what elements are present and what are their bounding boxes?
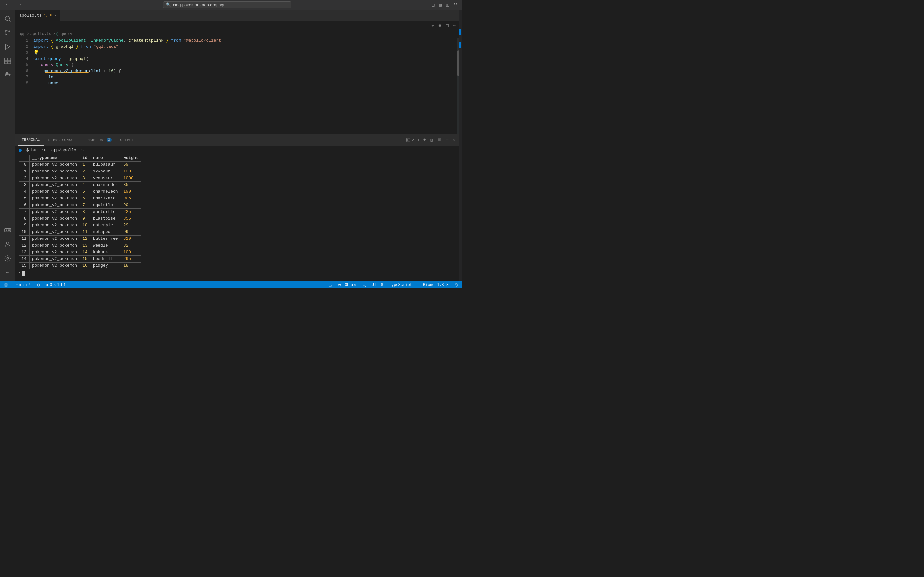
status-zoom[interactable]	[361, 283, 367, 287]
warning-icon: ⚠	[53, 283, 55, 287]
svg-point-24	[15, 285, 15, 286]
breadcrumb-symbol[interactable]: query	[61, 32, 72, 36]
status-branch-name: main*	[19, 283, 31, 287]
svg-point-19	[6, 242, 9, 244]
search-input[interactable]	[173, 3, 288, 7]
tab-output[interactable]: OUTPUT	[116, 134, 137, 145]
table-row: 2pokemon_v2_pokemon3venusaur1000	[19, 175, 141, 182]
activity-search[interactable]	[1, 12, 14, 25]
toggle-panel-icon[interactable]: ▤	[438, 2, 443, 8]
svg-point-3	[9, 31, 10, 32]
tab-apollo-ts[interactable]: apollo.ts 1, U ✕	[15, 10, 60, 21]
col-header-weight: weight	[121, 155, 141, 161]
activity-source-control[interactable]	[1, 26, 14, 39]
status-errors[interactable]: ✖ 0 ⚠ 1 ℹ 1	[45, 283, 67, 287]
warning-count: 1	[57, 283, 59, 287]
breadcrumb-app[interactable]: app	[19, 32, 26, 36]
table-row: 8pokemon_v2_pokemon9blastoise855	[19, 215, 141, 222]
svg-rect-9	[5, 61, 7, 64]
svg-rect-10	[8, 61, 11, 64]
open-changes-icon[interactable]: ◉	[437, 22, 443, 29]
status-branch[interactable]: main*	[13, 283, 32, 287]
status-live-share[interactable]: Live Share	[327, 283, 358, 287]
problems-badge: 2	[107, 138, 112, 142]
activity-extensions[interactable]	[1, 55, 14, 67]
status-biome[interactable]: Biome 1.8.3	[417, 283, 450, 287]
code-editor[interactable]: 1 2 3 4 5 6 7 8 import { ApolloClient, I…	[15, 37, 459, 134]
main-layout: ⋯ apollo.ts 1, U ✕ ⇼ ◉ ◫ ⋯ app > apollo.…	[0, 10, 462, 282]
svg-point-2	[5, 31, 7, 32]
activity-more[interactable]: ⋯	[1, 266, 14, 279]
table-row: 9pokemon_v2_pokemon10caterpie29	[19, 222, 141, 229]
table-row: 15pokemon_v2_pokemon16pidgey18	[19, 263, 141, 269]
tab-close-button[interactable]: ✕	[54, 13, 57, 18]
status-bar-left: main* ✖ 0 ⚠ 1 ℹ 1	[3, 283, 67, 287]
bottom-panel: TERMINAL DEBUG CONSOLE PROBLEMS 2 OUTPUT…	[15, 134, 459, 282]
tab-modified-badge: 1, U	[44, 13, 52, 17]
svg-point-16	[6, 229, 7, 231]
toggle-sidebar-icon[interactable]: ◫	[445, 2, 450, 8]
breadcrumb-sep1: >	[27, 32, 29, 36]
split-terminal-button[interactable]: ◫	[429, 137, 435, 143]
titlebar-nav: ← →	[3, 1, 24, 8]
activity-docker[interactable]	[1, 69, 14, 81]
svg-line-28	[365, 285, 366, 287]
editor-toolbar: ⇼ ◉ ◫ ⋯	[15, 21, 459, 31]
more-actions-icon[interactable]: ⋯	[452, 22, 457, 29]
table-row: 1pokemon_v2_pokemon2ivysaur130	[19, 168, 141, 175]
trash-terminal-button[interactable]: 🗑	[436, 137, 443, 143]
more-terminal-button[interactable]: ⋯	[445, 137, 450, 143]
svg-marker-6	[6, 44, 10, 50]
titlebar-search[interactable]: 🔍	[163, 1, 291, 8]
table-row: 5pokemon_v2_pokemon6charizard905	[19, 195, 141, 202]
tab-problems[interactable]: PROBLEMS 2	[82, 134, 115, 145]
customize-layout-icon[interactable]: ☷	[452, 2, 459, 8]
info-count: 1	[63, 283, 66, 287]
code-content[interactable]: import { ApolloClient, InMemoryCache, cr…	[31, 37, 457, 134]
close-panel-button[interactable]: ✕	[452, 137, 457, 143]
activity-run-debug[interactable]	[1, 40, 14, 53]
right-sidebar-accent	[459, 29, 461, 35]
error-icon: ✖	[46, 283, 48, 287]
svg-line-1	[9, 20, 11, 21]
language-label: TypeScript	[389, 283, 412, 287]
titlebar-icons: ◫ ▤ ◫ ☷	[431, 2, 459, 8]
table-row: 6pokemon_v2_pokemon7squirtle90	[19, 202, 141, 209]
terminal-content[interactable]: $ bun run app/apollo.ts __typename id na…	[15, 145, 459, 282]
nav-forward-button[interactable]: →	[15, 1, 24, 8]
tab-problems-label: PROBLEMS	[86, 138, 105, 142]
status-bar-right: Live Share UTF-8 TypeScript Biome 1.8.3	[327, 283, 459, 287]
svg-point-0	[5, 16, 10, 21]
breadcrumb-file[interactable]: apollo.ts	[31, 32, 51, 36]
error-count: 0	[50, 283, 52, 287]
breadcrumb-sep2: >	[53, 32, 55, 36]
svg-point-27	[363, 284, 365, 286]
activity-remote[interactable]	[1, 224, 14, 237]
tabs-bar: apollo.ts 1, U ✕	[15, 10, 459, 21]
nav-back-button[interactable]: ←	[3, 1, 12, 8]
status-encoding[interactable]: UTF-8	[371, 283, 384, 287]
tab-terminal-label: TERMINAL	[22, 138, 40, 142]
table-row: 13pokemon_v2_pokemon14kakuna100	[19, 249, 141, 256]
col-header-typename: __typename	[29, 155, 79, 161]
activity-account[interactable]	[1, 238, 14, 251]
terminal-table: __typename id name weight 0pokemon_v2_po…	[19, 155, 141, 269]
tab-terminal[interactable]: TERMINAL	[18, 134, 44, 145]
svg-rect-8	[8, 58, 11, 61]
editor-area: apollo.ts 1, U ✕ ⇼ ◉ ◫ ⋯ app > apollo.ts…	[15, 10, 459, 282]
status-sync[interactable]	[35, 283, 42, 287]
right-sidebar	[459, 10, 462, 282]
git-diff-icon[interactable]: ⇼	[430, 22, 435, 29]
status-notifications[interactable]	[453, 283, 459, 287]
split-editor-icon[interactable]: ◫	[431, 2, 436, 8]
editor-scrollbar[interactable]	[457, 37, 459, 134]
activity-settings[interactable]	[1, 252, 14, 265]
tab-debug-console-label: DEBUG CONSOLE	[48, 138, 78, 142]
new-terminal-button[interactable]: +	[422, 137, 427, 143]
status-remote-button[interactable]	[3, 283, 10, 287]
biome-label: Biome 1.8.3	[423, 283, 449, 287]
svg-rect-15	[5, 229, 11, 232]
status-language[interactable]: TypeScript	[388, 283, 414, 287]
split-editor-right-icon[interactable]: ◫	[444, 22, 449, 29]
tab-debug-console[interactable]: DEBUG CONSOLE	[45, 134, 82, 145]
